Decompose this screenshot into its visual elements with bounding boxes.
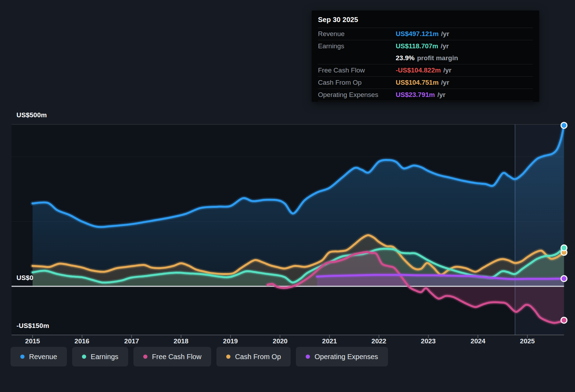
tooltip-row-profit-margin: 23.9% profit margin [318,52,533,64]
x-axis-label-2023: 2023 [421,337,436,345]
legend-label: Revenue [29,353,57,361]
legend-label: Free Cash Flow [152,353,201,361]
revenue-series-dot-icon [20,355,25,359]
tooltip-unit: profit margin [417,54,458,62]
tooltip-label: Cash From Op [318,79,396,86]
tooltip-unit: /yr [441,42,449,50]
tooltip-value: -US$104.822m [396,66,441,74]
end-marker-operating-expenses [561,275,567,281]
tooltip-row-cash-from-op: Cash From Op US$104.751m /yr [318,77,533,89]
x-axis-label-2019: 2019 [223,337,238,345]
tooltip-label: Revenue [318,30,396,38]
end-marker-earnings [561,245,567,251]
tooltip-unit: /yr [437,91,445,99]
x-axis-label-2021: 2021 [322,337,337,345]
y-axis-label-neg150m: -US$150m [16,322,49,330]
legend-label: Earnings [91,353,118,361]
legend-item-free-cash-flow[interactable]: Free Cash Flow [133,347,211,366]
tooltip-value: 23.9% [396,54,415,62]
cash-from-op-series-dot-icon [226,355,230,359]
financial-history-chart-page: US$500m US$0 -US$150m 2015 2016 2017 201… [0,0,575,392]
tooltip-unit: /yr [441,30,449,38]
tooltip-row-revenue: Revenue US$497.121m /yr [318,28,533,40]
tooltip-row-earnings: Earnings US$118.707m /yr [318,40,533,52]
tooltip-label: Earnings [318,42,396,50]
legend-item-operating-expenses[interactable]: Operating Expenses [296,347,388,366]
tooltip-unit: /yr [441,79,449,86]
end-marker-free-cash-flow [561,317,567,323]
tooltip-value: US$23.791m [396,91,435,99]
tooltip-unit: /yr [443,66,451,74]
legend-label: Operating Expenses [314,353,378,361]
y-axis-label-zero: US$0 [16,274,33,282]
legend-item-revenue[interactable]: Revenue [11,347,67,366]
tooltip-label: Operating Expenses [318,91,396,99]
legend-item-earnings[interactable]: Earnings [72,347,128,366]
earnings-series-dot-icon [82,355,86,359]
tooltip-value: US$118.707m [396,42,438,50]
x-axis-label-2018: 2018 [174,337,188,345]
x-axis-label-2025: 2025 [520,337,535,345]
tooltip-row-free-cash-flow: Free Cash Flow -US$104.822m /yr [318,64,533,77]
chart-legend: Revenue Earnings Free Cash Flow Cash Fro… [11,347,388,366]
x-axis-label-2017: 2017 [124,337,139,345]
tooltip-row-operating-expenses: Operating Expenses US$23.791m /yr [318,89,533,101]
end-marker-revenue [561,122,567,128]
tooltip-value: US$104.751m [396,79,439,86]
y-axis-label-500m: US$500m [16,111,47,119]
tooltip-value: US$497.121m [396,30,439,38]
tooltip-date: Sep 30 2025 [318,10,533,28]
data-tooltip: Sep 30 2025 Revenue US$497.121m /yr Earn… [312,10,539,102]
x-axis-label-2024: 2024 [471,337,485,345]
x-axis-label-2020: 2020 [273,337,288,345]
x-axis-label-2022: 2022 [372,337,386,345]
x-axis-label-2015: 2015 [25,337,40,345]
legend-label: Cash From Op [235,353,281,361]
legend-item-cash-from-op[interactable]: Cash From Op [216,347,291,366]
operating-expenses-series-dot-icon [306,355,310,359]
tooltip-label: Free Cash Flow [318,66,396,74]
free-cash-flow-series-dot-icon [143,355,147,359]
x-axis-label-2016: 2016 [75,337,89,345]
